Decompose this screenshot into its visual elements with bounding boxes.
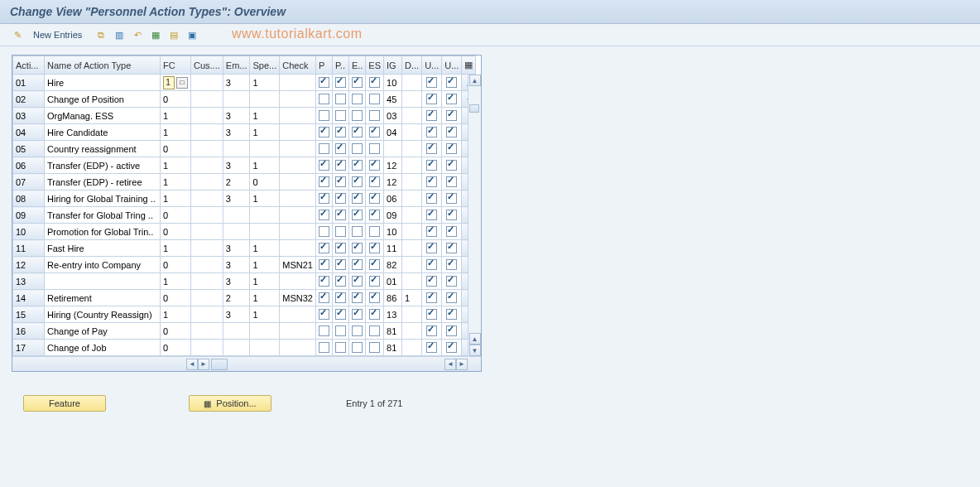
checkbox[interactable]: [369, 243, 380, 253]
checkbox[interactable]: [369, 160, 380, 171]
col-action[interactable]: Acti...: [13, 56, 45, 75]
checkbox-u2[interactable]: [442, 91, 462, 108]
checkbox-e[interactable]: [348, 108, 365, 124]
toggle-icon[interactable]: ✎: [10, 27, 25, 42]
cell[interactable]: [191, 174, 223, 190]
cell[interactable]: [402, 174, 422, 190]
checkbox-es[interactable]: [366, 224, 384, 240]
checkbox[interactable]: [335, 276, 346, 287]
table-row[interactable]: 08Hiring for Global Training ..13106: [13, 190, 476, 207]
cell[interactable]: 3: [223, 157, 250, 174]
checkbox-p2[interactable]: [332, 323, 348, 340]
checkbox[interactable]: [369, 77, 380, 88]
checkbox-p1[interactable]: [315, 190, 332, 207]
checkbox[interactable]: [352, 309, 363, 320]
cell[interactable]: [191, 273, 223, 290]
checkbox[interactable]: [446, 143, 457, 154]
checkbox-p2[interactable]: [332, 340, 348, 356]
checkbox[interactable]: [319, 259, 329, 270]
checkbox-e[interactable]: [348, 190, 365, 207]
hscroll-left-icon[interactable]: ◄: [186, 359, 198, 370]
cell[interactable]: 04: [384, 124, 402, 141]
checkbox-u1[interactable]: [422, 323, 442, 340]
cell[interactable]: [280, 306, 316, 323]
checkbox[interactable]: [335, 143, 346, 154]
cell[interactable]: 1: [161, 124, 191, 141]
checkbox-p2[interactable]: [332, 224, 348, 240]
table-row[interactable]: 15Hiring (Country Reassign)13113: [13, 306, 476, 323]
cell[interactable]: [402, 91, 422, 108]
cell[interactable]: Country reassignment: [45, 141, 161, 157]
checkbox-u2[interactable]: [442, 323, 462, 340]
checkbox[interactable]: [426, 160, 437, 171]
checkbox-u2[interactable]: [442, 257, 462, 273]
table-row[interactable]: 09Transfer for Global Tring ..009: [13, 207, 476, 224]
cell[interactable]: 1: [250, 257, 280, 273]
checkbox-e[interactable]: [348, 91, 365, 108]
checkbox-es[interactable]: [366, 190, 384, 207]
checkbox[interactable]: [426, 77, 437, 88]
position-button[interactable]: ▦Position...: [189, 395, 271, 412]
checkbox-u1[interactable]: [422, 75, 442, 91]
checkbox-u1[interactable]: [422, 207, 442, 224]
cell[interactable]: 3: [223, 273, 250, 290]
cell[interactable]: OrgManag. ESS: [45, 108, 161, 124]
checkbox-es[interactable]: [366, 91, 384, 108]
checkbox-u1[interactable]: [422, 224, 442, 240]
cell[interactable]: [191, 340, 223, 356]
checkbox-p1[interactable]: [315, 91, 332, 108]
col-u1[interactable]: U...: [422, 56, 442, 75]
checkbox[interactable]: [369, 94, 380, 104]
cell[interactable]: [402, 108, 422, 124]
cell[interactable]: 3: [223, 190, 250, 207]
checkbox-u1[interactable]: [422, 91, 442, 108]
cell[interactable]: [191, 75, 223, 91]
cell[interactable]: [223, 141, 250, 157]
table-row[interactable]: 10Promotion for Global Trin..010: [13, 224, 476, 240]
cell[interactable]: [191, 157, 223, 174]
cell[interactable]: Change of Position: [45, 91, 161, 108]
table-row[interactable]: 12Re-entry into Company031MSN2182: [13, 257, 476, 273]
checkbox-p1[interactable]: [315, 141, 332, 157]
cell[interactable]: [223, 207, 250, 224]
cell[interactable]: 08: [13, 190, 45, 207]
cell[interactable]: 11: [384, 240, 402, 257]
cell[interactable]: 1: [250, 190, 280, 207]
cell[interactable]: [280, 124, 316, 141]
col-spe[interactable]: Spe...: [250, 56, 280, 75]
checkbox[interactable]: [446, 309, 457, 320]
table-row[interactable]: 01Hire1□3110▲: [13, 75, 476, 91]
checkbox-es[interactable]: [366, 306, 384, 323]
checkbox-p1[interactable]: [315, 273, 332, 290]
checkbox-u2[interactable]: [442, 224, 462, 240]
table-row[interactable]: 03OrgManag. ESS13103: [13, 108, 476, 124]
checkbox[interactable]: [446, 325, 457, 336]
checkbox-p2[interactable]: [332, 190, 348, 207]
cell[interactable]: 14: [13, 290, 45, 306]
checkbox-p1[interactable]: [315, 340, 332, 356]
cell[interactable]: 07: [13, 174, 45, 190]
cell[interactable]: 3: [223, 306, 250, 323]
cell[interactable]: [402, 141, 422, 157]
checkbox-u1[interactable]: [422, 157, 442, 174]
checkbox-e[interactable]: [348, 257, 365, 273]
checkbox-e[interactable]: [348, 323, 365, 340]
checkbox-u2[interactable]: [442, 240, 462, 257]
checkbox-es[interactable]: [366, 157, 384, 174]
checkbox-p2[interactable]: [332, 157, 348, 174]
checkbox[interactable]: [319, 325, 329, 336]
table-row[interactable]: 04Hire Candidate13104: [13, 124, 476, 141]
checkbox-p1[interactable]: [315, 306, 332, 323]
table-row[interactable]: 14Retirement021MSN32861: [13, 290, 476, 306]
cell[interactable]: 04: [13, 124, 45, 141]
cell[interactable]: 10: [13, 224, 45, 240]
checkbox[interactable]: [319, 143, 329, 154]
checkbox-p2[interactable]: [332, 273, 348, 290]
cell[interactable]: 45: [384, 91, 402, 108]
checkbox-p1[interactable]: [315, 207, 332, 224]
hscroll-thumb[interactable]: [211, 359, 228, 370]
checkbox[interactable]: [335, 259, 346, 270]
checkbox-e[interactable]: [348, 124, 365, 141]
cell[interactable]: [250, 323, 280, 340]
checkbox[interactable]: [446, 342, 457, 353]
